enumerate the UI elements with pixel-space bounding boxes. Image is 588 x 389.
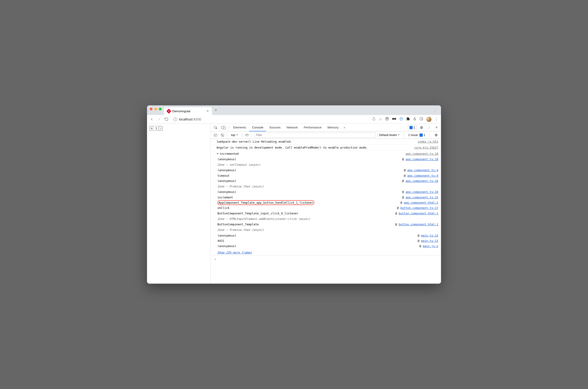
- levels-picker[interactable]: Default levels: [377, 132, 401, 137]
- source-link[interactable]: main.ts:13: [421, 239, 438, 242]
- tab-memory[interactable]: Memory: [325, 124, 341, 131]
- zone-frame: Zone — Promise.then (async): [211, 227, 441, 233]
- frame-source: @ app.component.ts:18: [402, 157, 438, 162]
- messages-badge[interactable]: 1: [408, 125, 417, 130]
- devtools-menu-icon[interactable]: ⋮: [426, 124, 432, 130]
- svg-point-9: [400, 118, 403, 120]
- stack-frame: increment @ app.component.ts:15: [211, 195, 441, 200]
- bookmark-icon[interactable]: ☆: [379, 117, 382, 121]
- decrement-button[interactable]: -: [159, 126, 162, 130]
- extension-icon-2[interactable]: [392, 117, 396, 121]
- tab-performance[interactable]: Performance: [301, 124, 324, 131]
- svg-point-10: [400, 118, 401, 119]
- browser-tab[interactable]: DemoAngular ×: [164, 107, 212, 115]
- address-field[interactable]: i localhost:4200: [172, 116, 369, 122]
- log-row: Angular is running in development mode. …: [211, 144, 441, 150]
- frame-name: timeout: [217, 173, 229, 178]
- frame-source: @ main.js:2: [419, 244, 438, 248]
- source-link[interactable]: main.ts:15: [421, 234, 438, 237]
- console-prompt[interactable]: ›: [211, 255, 441, 263]
- source-link[interactable]: button.component.html:1: [399, 212, 438, 215]
- levels-label: Default levels: [379, 133, 397, 137]
- source-link[interactable]: app.component.html:2: [404, 201, 438, 204]
- source-link[interactable]: button.component.ts:17: [400, 206, 438, 210]
- tab-elements[interactable]: Elements: [230, 124, 249, 131]
- context-label: top: [231, 133, 235, 137]
- devtools-close-icon[interactable]: ✕: [433, 124, 440, 130]
- trace-label: incremented: [220, 152, 239, 155]
- source-link[interactable]: index.js:551: [418, 140, 438, 143]
- issues-indicator[interactable]: 1 Issue: 1: [407, 132, 426, 137]
- browser-menu-icon[interactable]: ⋮: [435, 117, 438, 121]
- angular-favicon-icon: [166, 109, 171, 113]
- frame-source: @ app.component.ts:16: [402, 190, 438, 194]
- close-window-button[interactable]: [150, 108, 153, 110]
- stack-frame: (anonymous) @ app.component.ts:16: [211, 178, 441, 184]
- disclosure-triangle-icon[interactable]: [217, 153, 219, 155]
- frame-source: @ button.component.html:1: [395, 222, 438, 227]
- source-link[interactable]: app.component.ts:18: [406, 158, 438, 161]
- console-body[interactable]: [webpack-dev-server] Live Reloading enab…: [211, 139, 441, 284]
- device-toolbar-icon[interactable]: [220, 124, 228, 131]
- tab-console[interactable]: Console: [249, 124, 266, 131]
- highlighted-frame: AppComponent_Template_app_button_handleC…: [217, 200, 314, 205]
- show-more-frames-link[interactable]: Show 234 more frames: [211, 249, 252, 255]
- source-link[interactable]: app.component.ts:4: [407, 168, 438, 172]
- more-tabs-icon[interactable]: »: [342, 124, 347, 130]
- issues-text: 1 Issue:: [408, 133, 419, 137]
- source-link[interactable]: app.component.ts:16: [406, 179, 438, 183]
- extension-icon-3[interactable]: [399, 117, 403, 122]
- tab-network[interactable]: Network: [284, 124, 301, 131]
- source-link[interactable]: core.mjs:25627: [414, 146, 438, 149]
- messages-count: 1: [414, 126, 415, 129]
- frame-name: onClick: [217, 205, 229, 210]
- profile-avatar[interactable]: [426, 117, 431, 122]
- stack-frame: ButtonComponent_Template @ button.compon…: [211, 222, 441, 227]
- inspect-element-icon[interactable]: [212, 124, 219, 131]
- console-sidebar-toggle-icon[interactable]: [212, 132, 219, 138]
- issues-count: 1: [424, 133, 425, 137]
- svg-rect-16: [224, 127, 226, 129]
- frame-name: (anonymous): [217, 168, 236, 173]
- svg-point-2: [386, 118, 387, 119]
- devtools-panel: Elements Console Sources Network Perform…: [211, 124, 441, 284]
- frame-name: AppComponent_Template_app_button_handleC…: [217, 200, 314, 205]
- new-tab-button[interactable]: +: [212, 106, 220, 115]
- page-viewport: + 1 -: [147, 124, 211, 284]
- labs-icon[interactable]: [413, 117, 416, 122]
- trace-header[interactable]: incremented app.component.ts:18: [211, 151, 441, 157]
- content: + 1 - Elements Console Sources Network P…: [147, 124, 441, 284]
- source-link[interactable]: main.js:2: [423, 244, 438, 248]
- side-panel-icon[interactable]: [420, 117, 423, 122]
- source-link[interactable]: app.component.ts:15: [406, 196, 438, 199]
- source-link[interactable]: app.component.ts:4: [407, 174, 438, 177]
- frame-name: increment: [217, 195, 233, 200]
- devtools-settings-icon[interactable]: [418, 124, 425, 131]
- maximize-window-button[interactable]: [159, 108, 162, 110]
- stack-frame: (anonymous) @ main.ts:15: [211, 233, 441, 238]
- context-picker[interactable]: top: [230, 132, 239, 137]
- tab-sources[interactable]: Sources: [266, 124, 284, 131]
- site-info-icon[interactable]: i: [173, 118, 177, 121]
- tabs-overflow-icon[interactable]: ⌄: [434, 109, 436, 112]
- extension-icon-1[interactable]: [385, 117, 389, 122]
- stack-frame: ButtonComponent_Template_input_click_0_l…: [211, 211, 441, 216]
- frame-name: ButtonComponent_Template: [217, 222, 259, 227]
- reload-button[interactable]: [164, 117, 168, 121]
- source-link[interactable]: app.component.ts:16: [406, 190, 438, 194]
- back-button[interactable]: [150, 117, 154, 121]
- extensions-puzzle-icon[interactable]: [406, 117, 410, 122]
- svg-rect-17: [214, 134, 217, 136]
- minimize-window-button[interactable]: [154, 108, 157, 110]
- source-link[interactable]: button.component.html:1: [399, 223, 438, 226]
- filter-input[interactable]: [255, 132, 376, 138]
- frame-source: @ main.ts:13: [418, 238, 438, 243]
- close-tab-button[interactable]: ×: [207, 109, 209, 113]
- frame-source: @ app.component.ts:15: [402, 195, 438, 200]
- share-icon[interactable]: [372, 117, 376, 121]
- console-settings-icon[interactable]: [432, 132, 440, 138]
- source-link[interactable]: app.component.ts:18: [406, 152, 438, 155]
- increment-button[interactable]: +: [150, 126, 154, 130]
- clear-console-icon[interactable]: [221, 133, 224, 137]
- live-expression-icon[interactable]: [245, 134, 249, 136]
